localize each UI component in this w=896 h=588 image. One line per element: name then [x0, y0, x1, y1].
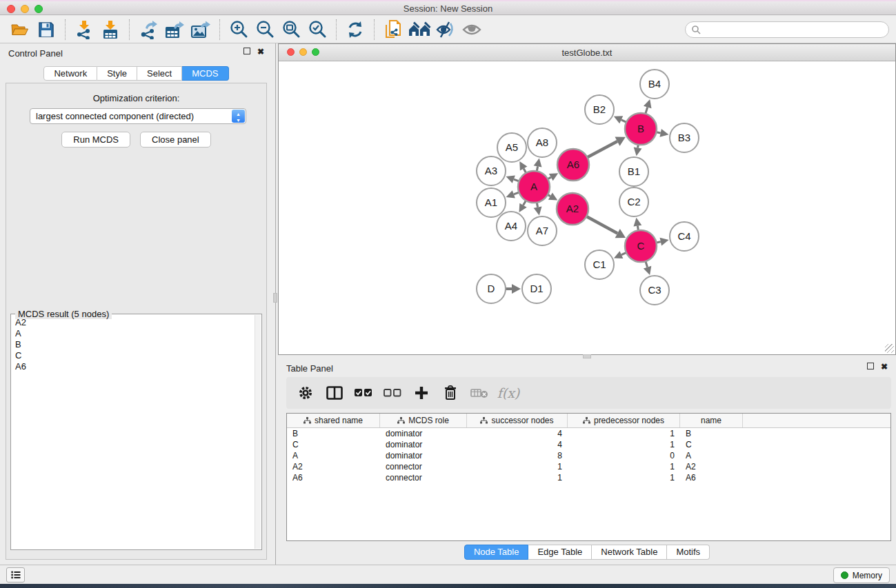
- delete-column-trash-icon[interactable]: [438, 381, 463, 405]
- hide-graphics-details-icon[interactable]: [432, 19, 459, 41]
- close-panel-icon[interactable]: ✖: [257, 48, 264, 56]
- graph-node-C4[interactable]: C4: [670, 222, 699, 251]
- float-panel-icon[interactable]: [243, 48, 250, 54]
- float-table-panel-icon[interactable]: [867, 363, 874, 369]
- table-row[interactable]: Adominator80A: [287, 450, 890, 461]
- mcds-result-item[interactable]: A2: [12, 317, 253, 328]
- window-resize-grip[interactable]: [885, 344, 894, 353]
- tab-node-table[interactable]: Node Table: [464, 545, 529, 560]
- save-session-icon[interactable]: [33, 19, 59, 41]
- graph-node-A8[interactable]: A8: [528, 128, 557, 157]
- close-panel-button[interactable]: Close panel: [140, 132, 211, 148]
- toolbar-separator: [336, 19, 337, 40]
- export-network-icon[interactable]: [135, 19, 161, 41]
- import-network-icon[interactable]: [71, 19, 97, 41]
- graph-node-A4[interactable]: A4: [497, 212, 526, 241]
- graph-node-A1[interactable]: A1: [477, 188, 506, 217]
- svg-text:C4: C4: [677, 230, 690, 242]
- graph-node-C2[interactable]: C2: [619, 187, 648, 216]
- graph-node-A7[interactable]: A7: [528, 216, 557, 245]
- graph-edge-A2-C[interactable]: [585, 216, 626, 238]
- new-network-from-selection-icon[interactable]: [380, 19, 406, 41]
- svg-text:A6: A6: [567, 159, 579, 170]
- run-mcds-button[interactable]: Run MCDS: [61, 132, 130, 148]
- table-options-gear-icon[interactable]: [293, 381, 318, 405]
- toolbar-separator: [65, 19, 66, 40]
- tab-edge-table[interactable]: Edge Table: [528, 545, 592, 560]
- graph-node-C3[interactable]: C3: [640, 276, 669, 305]
- export-table-icon[interactable]: [161, 19, 188, 41]
- graph-node-D[interactable]: D: [477, 274, 506, 303]
- svg-text:A3: A3: [485, 165, 497, 176]
- table-cell: dominator: [380, 451, 467, 460]
- function-builder-icon-disabled: f(x): [496, 381, 521, 405]
- table-cell: 1: [467, 462, 568, 472]
- graph-edge-D-D1[interactable]: [504, 284, 521, 294]
- tab-select[interactable]: Select: [137, 66, 182, 81]
- table-row[interactable]: Cdominator41C: [287, 439, 890, 450]
- zoom-selected-icon[interactable]: [304, 19, 330, 41]
- svg-text:A: A: [530, 181, 537, 192]
- column-header-successor-nodes[interactable]: successor nodes: [467, 414, 568, 427]
- zoom-in-icon[interactable]: [226, 19, 252, 41]
- close-table-panel-icon[interactable]: ✖: [881, 363, 888, 371]
- graph-node-C1[interactable]: C1: [585, 250, 614, 279]
- table-row[interactable]: A2connector11A2: [287, 461, 890, 472]
- table-cell: 1: [568, 429, 680, 438]
- mcds-result-item[interactable]: A: [12, 328, 253, 339]
- first-neighbors-icon[interactable]: [406, 19, 432, 41]
- splitter-grip[interactable]: [273, 293, 277, 303]
- mcds-result-item[interactable]: B: [12, 339, 253, 350]
- graph-node-B4[interactable]: B4: [640, 70, 669, 99]
- vertical-splitter[interactable]: [272, 43, 278, 565]
- mcds-result-item[interactable]: A6: [12, 361, 253, 372]
- refresh-icon[interactable]: [342, 19, 368, 41]
- graph-node-B[interactable]: B: [625, 113, 657, 145]
- graph-node-B2[interactable]: B2: [585, 95, 614, 124]
- graph-node-A6[interactable]: A6: [557, 149, 589, 181]
- tab-style[interactable]: Style: [97, 66, 137, 81]
- column-header-shared-name[interactable]: shared name: [287, 414, 380, 427]
- import-table-icon[interactable]: [97, 19, 123, 41]
- zoom-out-icon[interactable]: [252, 19, 278, 41]
- table-row[interactable]: Bdominator41B: [287, 428, 890, 439]
- memory-button[interactable]: Memory: [833, 567, 890, 583]
- graph-edge-A6-B[interactable]: [586, 136, 626, 158]
- select-all-checkboxes-icon[interactable]: [351, 381, 376, 405]
- hierarchy-icon: [583, 417, 590, 424]
- graph-node-C[interactable]: C: [625, 230, 657, 262]
- graph-node-D1[interactable]: D1: [522, 274, 551, 303]
- network-window-titlebar[interactable]: testGlobe.txt: [279, 44, 895, 61]
- open-session-icon[interactable]: [7, 19, 33, 41]
- mcds-list-scrollbar[interactable]: [255, 315, 261, 549]
- table-row[interactable]: A6connector11A6: [287, 472, 890, 483]
- search-input[interactable]: [701, 25, 873, 34]
- task-history-button[interactable]: [6, 567, 25, 582]
- control-panel-tabs: Network Style Select MCDS: [0, 66, 272, 81]
- zoom-fit-icon[interactable]: [278, 19, 304, 41]
- graph-node-A5[interactable]: A5: [497, 133, 526, 162]
- column-header-name[interactable]: name: [680, 414, 743, 427]
- column-header-predecessor-nodes[interactable]: predecessor nodes: [568, 414, 680, 427]
- column-header-mcds-role[interactable]: MCDS role: [380, 414, 467, 427]
- network-canvas[interactable]: B4B2BB3A8A5A6A3B1AC2A1A2A4A7C4CC1C3DD1: [279, 62, 895, 354]
- criterion-dropdown[interactable]: largest connected component (directed) ▲…: [30, 108, 246, 124]
- graph-node-B3[interactable]: B3: [670, 123, 699, 152]
- graph-node-A[interactable]: A: [518, 171, 550, 203]
- table-cell: connector: [380, 473, 467, 483]
- add-column-icon[interactable]: [409, 381, 434, 405]
- tab-network-table[interactable]: Network Table: [592, 545, 667, 560]
- tab-motifs[interactable]: Motifs: [667, 545, 710, 560]
- search-field[interactable]: [685, 21, 889, 38]
- graph-node-A3[interactable]: A3: [477, 156, 506, 185]
- deselect-all-checkboxes-icon[interactable]: [380, 381, 405, 405]
- mcds-result-item[interactable]: C: [12, 350, 253, 361]
- graph-node-B1[interactable]: B1: [619, 157, 648, 186]
- tab-mcds[interactable]: MCDS: [182, 66, 228, 81]
- tab-network[interactable]: Network: [43, 66, 97, 81]
- export-image-icon[interactable]: [188, 19, 214, 41]
- show-columns-icon[interactable]: [322, 381, 347, 405]
- mcds-result-list[interactable]: A2ABCA6: [12, 317, 253, 548]
- svg-text:B4: B4: [648, 78, 661, 90]
- graph-node-A2[interactable]: A2: [557, 193, 588, 225]
